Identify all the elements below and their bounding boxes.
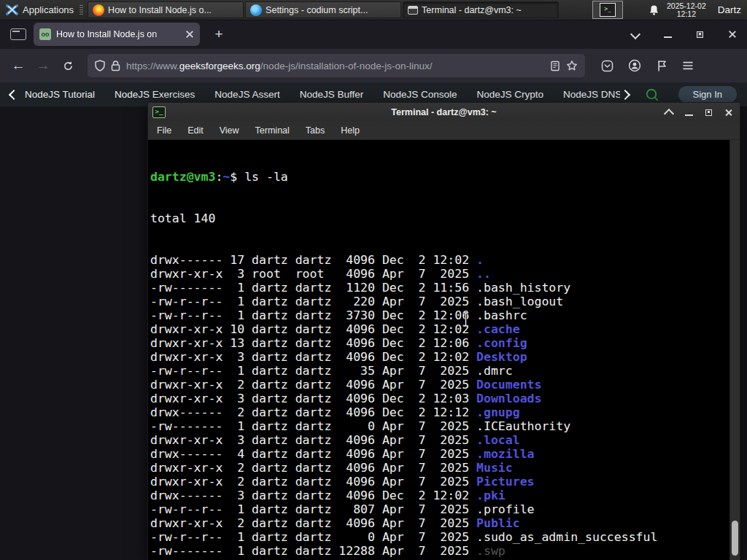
file-row: drwxr-xr-x 3 dartz dartz 4096 Dec 2 12:0…	[150, 392, 728, 405]
gfg-nav-link[interactable]: NodeJS Crypto	[477, 89, 544, 100]
back-icon[interactable]: ←	[7, 58, 29, 74]
file-row: drwxr-xr-x 3 root root 4096 Apr 7 2025 .…	[150, 267, 728, 281]
gfg-nav-link[interactable]: NodeJS Console	[383, 89, 457, 100]
file-name: .bash_logout	[476, 295, 563, 308]
panel-grip	[80, 5, 83, 15]
file-meta: drwx------ 4 dartz dartz 4096 Apr 7 2025	[150, 447, 476, 461]
extensions-icon[interactable]	[656, 60, 667, 72]
chevron-right-icon[interactable]	[619, 89, 630, 99]
terminal-scrollbar[interactable]	[729, 140, 740, 560]
window-maximize-icon[interactable]	[697, 31, 703, 38]
file-row: -rw-r--r-- 1 dartz dartz 0 Apr 7 2025 .s…	[150, 530, 728, 544]
ibeam-cursor	[462, 312, 470, 330]
file-name: Desktop	[476, 350, 527, 364]
window-minimize-icon[interactable]	[664, 36, 672, 38]
file-row: drwxr-xr-x 13 dartz dartz 4096 Dec 2 12:…	[150, 336, 728, 350]
gfg-nav-link[interactable]: NodeJS Tutorial	[25, 89, 95, 100]
file-name: .bash_history	[476, 281, 570, 295]
file-row: drwxr-xr-x 2 dartz dartz 4096 Apr 7 2025…	[150, 378, 728, 392]
terminal-window: >_ Terminal - dartz@vm3: ~ FileEditViewT…	[147, 102, 740, 560]
menu-tabs[interactable]: Tabs	[306, 125, 325, 136]
file-row: -rw------- 1 dartz dartz 12288 Apr 7 202…	[150, 544, 728, 558]
taskbar-window-button[interactable]: Terminal - dartz@vm3: ~	[403, 1, 559, 18]
file-row: -rw------- 1 dartz dartz 0 Apr 7 2025 .I…	[150, 419, 728, 433]
file-name: .config	[476, 336, 527, 350]
file-meta: drwxr-xr-x 3 root root 4096 Apr 7 2025	[150, 267, 476, 281]
browser-tab-active[interactable]: oo How to Install Node.js on	[34, 23, 200, 46]
list-tabs-chevron-icon[interactable]	[630, 29, 640, 39]
clock[interactable]: 2025-12-02 12:12	[667, 2, 706, 18]
menu-terminal[interactable]: Terminal	[255, 125, 290, 136]
menu-file[interactable]: File	[157, 125, 171, 136]
file-row: drwxr-xr-x 3 dartz dartz 4096 Dec 2 12:0…	[150, 350, 728, 364]
file-meta: -rw-r--r-- 1 dartz dartz 0 Apr 7 2025	[150, 530, 476, 544]
file-name: .	[476, 253, 484, 267]
file-meta: -rw------- 1 dartz dartz 1120 Dec 2 11:5…	[150, 281, 476, 295]
file-meta: drwxr-xr-x 2 dartz dartz 4096 Apr 7 2025	[150, 378, 476, 392]
applications-label: Applications	[23, 4, 74, 15]
file-row: drwx------ 2 dartz dartz 4096 Dec 2 12:1…	[150, 405, 728, 419]
file-row: -rw------- 1 dartz dartz 1120 Dec 2 11:5…	[150, 281, 728, 295]
file-meta: drwxr-xr-x 3 dartz dartz 4096 Apr 7 2025	[150, 433, 476, 447]
applications-menu-button[interactable]: Applications	[0, 0, 80, 20]
file-name: .cache	[476, 322, 520, 336]
url-bar[interactable]: https://www.geeksforgeeks.org/node-js/in…	[88, 54, 585, 77]
menu-edit[interactable]: Edit	[187, 125, 204, 136]
taskbar-window-button[interactable]: How to Install Node.js o...	[88, 1, 244, 18]
gfg-nav-items: NodeJS TutorialNodeJS ExercisesNodeJS As…	[25, 89, 620, 100]
file-meta: -rw-r--r-- 1 dartz dartz 35 Apr 7 2025	[150, 364, 476, 378]
shield-icon[interactable]	[95, 60, 105, 71]
firefox-view-icon[interactable]	[10, 28, 26, 40]
taskbar-window-button[interactable]: Settings - codium script...	[245, 1, 401, 18]
window-close-icon[interactable]	[728, 30, 737, 39]
file-name: .local	[476, 433, 520, 447]
file-name: ..	[476, 267, 491, 281]
chevron-left-icon[interactable]	[9, 89, 19, 99]
pocket-icon[interactable]	[601, 60, 614, 72]
file-meta: drwxr-xr-x 3 dartz dartz 4096 Dec 2 12:0…	[150, 350, 476, 364]
file-name: Music	[476, 461, 513, 475]
file-row: drwxr-xr-x 2 dartz dartz 4096 Apr 7 2025…	[150, 461, 728, 475]
bookmark-star-icon[interactable]	[566, 60, 578, 71]
gfg-nav-link[interactable]: NodeJS DNS	[563, 89, 619, 100]
file-row: drwx------ 17 dartz dartz 4096 Dec 2 12:…	[150, 253, 728, 267]
total-line: total 140	[150, 211, 728, 225]
lock-icon[interactable]	[111, 60, 120, 71]
firefox-icon	[93, 4, 104, 16]
file-name: .mozilla	[476, 447, 534, 461]
file-row: drwx------ 4 dartz dartz 4096 Apr 7 2025…	[150, 447, 728, 461]
forward-icon[interactable]: →	[32, 58, 54, 74]
file-meta: drwxr-xr-x 10 dartz dartz 4096 Dec 2 12:…	[150, 322, 476, 336]
taskbar-window-label: How to Install Node.js o...	[108, 5, 212, 15]
gfg-nav-link[interactable]: NodeJS Buffer	[300, 89, 364, 100]
file-row: drwxr-xr-x 2 dartz dartz 4096 Apr 7 2025…	[150, 516, 728, 530]
file-meta: drwxr-xr-x 2 dartz dartz 4096 Apr 7 2025	[150, 475, 476, 489]
new-tab-button[interactable]: +	[210, 26, 228, 42]
file-name: Documents	[476, 378, 541, 392]
scrollbar-thumb[interactable]	[732, 521, 738, 556]
gfg-nav-link[interactable]: NodeJS Exercises	[115, 89, 195, 100]
menu-help[interactable]: Help	[341, 125, 360, 136]
account-icon[interactable]	[628, 59, 641, 72]
terminal-output[interactable]: dartz@vm3:~$ ls -la total 140 drwx------…	[148, 140, 740, 560]
file-row: drwxr-xr-x 2 dartz dartz 4096 Apr 7 2025…	[150, 475, 728, 489]
maximize-icon[interactable]	[705, 109, 712, 116]
user-menu[interactable]: Dartz	[713, 4, 741, 15]
reader-mode-icon[interactable]	[550, 61, 560, 71]
minimize-icon[interactable]	[685, 114, 693, 116]
menu-view[interactable]: View	[220, 125, 239, 136]
sign-in-button[interactable]: Sign In	[678, 86, 737, 103]
file-name: .bashrc	[476, 308, 527, 322]
tab-bar: oo How to Install Node.js on +	[0, 20, 747, 49]
bell-icon[interactable]	[649, 4, 659, 16]
reload-icon[interactable]	[57, 61, 79, 71]
terminal-titlebar[interactable]: >_ Terminal - dartz@vm3: ~	[148, 103, 740, 122]
shade-window-icon[interactable]	[664, 109, 674, 119]
search-icon[interactable]	[645, 88, 659, 102]
tab-close-icon[interactable]	[185, 30, 194, 39]
close-icon[interactable]	[724, 109, 732, 117]
workspace-pager[interactable]: >_	[592, 1, 623, 19]
menu-icon[interactable]	[682, 61, 694, 71]
clock-date: 2025-12-02	[667, 2, 706, 10]
gfg-nav-link[interactable]: NodeJS Assert	[214, 89, 279, 100]
